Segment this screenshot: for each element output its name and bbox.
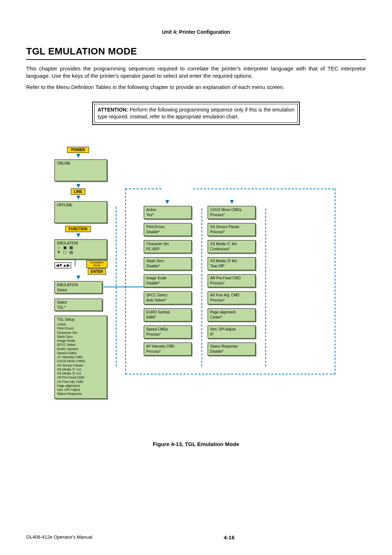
arrow-down-icon: ▼: [75, 232, 82, 238]
tgl-setup-item: Vert. DPI Adjust: [57, 388, 105, 392]
setting-box: AY Intensity CMD Process*: [144, 343, 192, 356]
setting-label: Character Set: [146, 242, 189, 247]
emulation-mode-label: Emulation Mode: [86, 260, 107, 268]
enter-button: ENTER: [88, 268, 106, 275]
arrow-down-icon: ▼: [75, 152, 82, 159]
setting-label: Speed CMDs: [146, 327, 189, 332]
setting-box: Character Set PC-850*: [144, 240, 192, 253]
emulation-screen: EMULATION ☼ ▣ ▦♆ ▢ ▤: [54, 239, 107, 259]
function-button: FUNCTION: [65, 226, 91, 232]
figure-caption: Figure 4-13, TGL Emulation Mode: [26, 441, 366, 447]
arrow-down-icon: ▼: [75, 274, 82, 280]
setting-box: Status Response Disable*: [208, 343, 256, 356]
setting-value: Process*: [146, 349, 189, 354]
emu-select-title: EMULATION: [57, 283, 100, 288]
tgl-setup-item: Slash Zero: [57, 335, 105, 339]
setting-box: Print Errors Disable*: [144, 223, 192, 236]
setting-box: Page alignment Center*: [208, 308, 256, 321]
arrow-down-icon: ▼: [75, 182, 82, 189]
setting-value: Process*: [146, 332, 189, 337]
tgl-setup-item: AR Pre-Feed CMD: [57, 376, 105, 380]
setting-label: SFCC Select: [146, 293, 189, 298]
title-rule: [26, 59, 366, 60]
dashed-connector-mid: [201, 208, 202, 366]
tgl-setup-item: Character Set: [57, 331, 105, 335]
tgl-setup-item: EURO Symbol: [57, 347, 105, 351]
setting-value: Tear-Off*: [210, 264, 253, 269]
setting-label: U1/U2 Move CMDs: [210, 207, 253, 212]
setting-label: Page alignment: [210, 310, 253, 315]
manual-name: GL408-412e Operator's Manual: [26, 534, 92, 540]
setting-box: Vert. DPI Adjust 0*: [208, 325, 256, 339]
setting-label: AR Pre-Feed CMD: [210, 276, 253, 281]
arrow-down-icon: ▼: [164, 198, 171, 205]
setting-box: Active Yes*: [144, 206, 192, 219]
setting-box: XS Media 'D' Act Tear-Off*: [208, 257, 256, 270]
page-title: TGL EMULATION MODE: [26, 46, 366, 57]
offline-label: OFFLINE: [57, 203, 105, 207]
tgl-setup-item: AY Intensity CMD: [57, 355, 105, 359]
setting-value: Process*: [210, 281, 253, 286]
setting-label: Status Response: [210, 344, 253, 349]
setting-box: Image Scale Disable*: [144, 274, 192, 287]
tgl-setup-item: U1/U2 Move CMDs: [57, 359, 105, 363]
online-label: ONLINE: [57, 161, 105, 165]
setting-value: Disable*: [146, 264, 189, 269]
setting-box: EURO Symbol 0xB0*: [144, 308, 192, 321]
setting-box: AX Fine Adj. CMD Process*: [208, 291, 256, 304]
setting-box: XS Media 'C' Act Continuous*: [208, 240, 256, 253]
unit-label: Unit 4: Printer Configuration: [26, 29, 366, 35]
tgl-setup-item: SFCC Select: [57, 343, 105, 347]
select-tgl-screen: Select TGL*: [54, 299, 102, 311]
setting-value: Yes*: [146, 212, 189, 218]
setting-value: Process*: [210, 212, 253, 218]
setting-box: Speed CMDs Process*: [144, 325, 192, 339]
page-footer: GL408-412e Operator's Manual 4-16: [26, 534, 366, 540]
setting-value: Disable*: [146, 281, 189, 286]
attention-box: ATTENTION: Perform the following program…: [92, 102, 300, 125]
connector-line: [104, 287, 144, 287]
setting-label: XS Sensor Param: [210, 224, 253, 230]
tgl-setup-screen: TGL Setup Active Print Errors Character …: [54, 316, 107, 399]
offline-screen: OFFLINE: [54, 201, 107, 223]
setting-label: Print Errors: [146, 224, 189, 230]
setting-label: AX Fine Adj. CMD: [210, 293, 253, 298]
setting-box: SFCC Select Auto Select*: [144, 291, 192, 304]
emulation-icons: ☼ ▣ ▦♆ ▢ ▤: [57, 245, 105, 255]
select-value: TGL*: [57, 305, 100, 310]
tgl-setup-item: XS Media 'C' Act: [57, 368, 105, 372]
emulation-title: EMULATION: [57, 241, 105, 245]
arrow-keys-icon: ◀▼▲▶: [54, 262, 71, 268]
setting-box: XS Sensor Param Process*: [208, 223, 256, 236]
setting-box: Slash Zero Disable*: [144, 257, 192, 270]
setting-value: Continuous*: [210, 247, 253, 252]
tgl-setup-item: Speed CMDs: [57, 351, 105, 355]
tgl-setup-title: TGL Setup: [57, 317, 105, 322]
arrow-down-icon: ▼: [75, 194, 82, 200]
setting-label: Active: [146, 207, 189, 212]
attention-label: ATTENTION:: [98, 107, 128, 113]
setting-label: Slash Zero: [146, 259, 189, 264]
arrow-down-icon: ▼: [229, 198, 235, 205]
setting-value: Process*: [210, 298, 253, 303]
tgl-setup-item: Print Errors: [57, 327, 105, 331]
setting-box: U1/U2 Move CMDs Process*: [208, 206, 256, 219]
setting-value: PC-850*: [146, 247, 189, 252]
connector-line: [75, 260, 75, 266]
setting-value: Disable*: [210, 349, 253, 354]
intro-paragraph-1: This chapter provides the programming se…: [26, 65, 366, 80]
setting-label: XS Media 'C' Act: [210, 242, 253, 247]
dashed-top-left: [125, 189, 162, 189]
setting-box: AR Pre-Feed CMD Process*: [208, 274, 256, 287]
intro-paragraph-2: Refer to the Menu Definition Tables in t…: [26, 84, 366, 91]
tgl-setup-item: XS Media 'D' Act: [57, 372, 105, 376]
emulation-select-screen: EMULATION Select: [54, 281, 102, 293]
online-screen: ONLINE: [54, 159, 107, 181]
tgl-setup-item: AX Fine Adj. CMD: [57, 380, 105, 384]
tgl-setup-item: XS Sensor Param: [57, 364, 105, 368]
dashed-connector-mid2: [265, 208, 266, 366]
flowchart: POWER ▼ ONLINE ▼ LINE ▼ OFFLINE FUNCTION…: [54, 147, 338, 416]
setting-label: Image Scale: [146, 276, 189, 281]
select-label: Select: [57, 300, 100, 305]
setting-value: Process*: [210, 230, 253, 235]
